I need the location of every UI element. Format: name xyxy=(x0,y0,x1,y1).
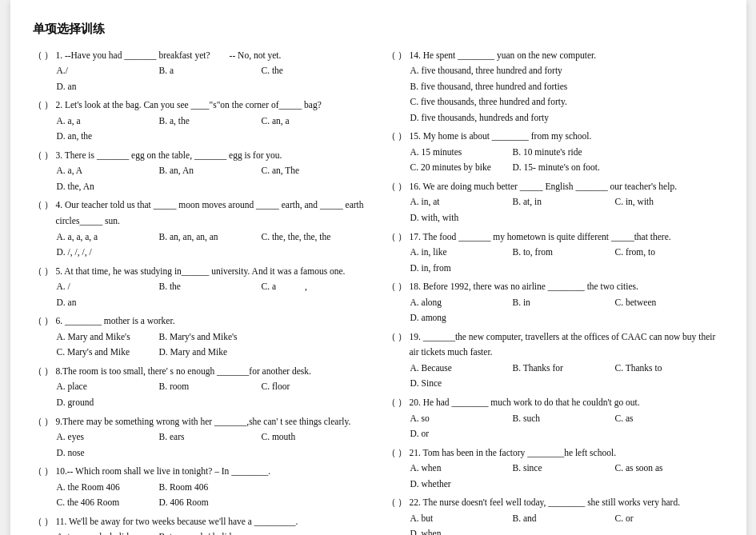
q14-opt-b: B. five thousand, three hundred and fort… xyxy=(410,79,724,95)
q16-opt-a: A. in, at xyxy=(410,194,506,210)
q22-text: 22. The nurse doesn't feel well today, _… xyxy=(409,495,723,511)
question-6: （ ） 6. ________ mother is a worker. A. M… xyxy=(33,313,370,361)
q11-row: （ ） 11. We'll be away for two weeks beca… xyxy=(33,514,370,530)
q17-row: （ ） 17. The food _______ my hometown is … xyxy=(386,230,724,246)
q19-opt-b: B. Thanks for xyxy=(513,361,609,377)
q15-opt-d: D. 15- minute's on foot. xyxy=(513,160,609,176)
question-11: （ ） 11. We'll be away for two weeks beca… xyxy=(33,514,370,535)
q18-opt-a: A. along xyxy=(410,295,506,311)
q1-opt-d: D. an xyxy=(57,79,153,95)
q20-opt-c: C. as xyxy=(615,411,711,427)
question-8: （ ） 8.The room is too small, there' s no… xyxy=(33,364,370,411)
q8-opt-c: C. floor xyxy=(262,379,358,395)
q20-text: 20. He had ________ much work to do that… xyxy=(409,395,723,411)
q14-text: 14. He spent ________ yuan on the new co… xyxy=(409,48,723,64)
q10-row: （ ） 10.-- Which room shall we live in to… xyxy=(33,464,370,480)
q6-opt-d: D. Mary and Mike xyxy=(159,345,255,361)
q5-row: （ ） 5. At that time, he was studying in_… xyxy=(33,264,370,280)
q4-opt-a: A. a, a, a, a xyxy=(57,230,153,246)
q9-opt-d: D. nose xyxy=(57,445,153,461)
q4-options: A. a, a, a, a B. an, an, an, an C. the, … xyxy=(33,230,370,261)
q9-text: 9.There may be something wrong with her … xyxy=(55,414,370,430)
q6-opt-a: A. Mary and Mike's xyxy=(57,329,153,345)
q19-opt-c: C. Thanks to xyxy=(615,361,711,377)
q6-row: （ ） 6. ________ mother is a worker. xyxy=(33,313,370,329)
q18-bracket: （ ） xyxy=(386,279,408,295)
q2-opt-b: B. a, the xyxy=(159,114,255,130)
q21-opt-d: D. whether xyxy=(410,477,506,493)
q14-opt-d: D. five thousands, hundreds and forty xyxy=(410,110,724,126)
q21-row: （ ） 21. Tom has been in the factory ____… xyxy=(386,445,724,461)
q2-opt-a: A. a, a xyxy=(57,114,153,130)
q10-opt-c: C. the 406 Room xyxy=(57,495,153,511)
q16-options: A. in, at B. at, in C. in, with D. with,… xyxy=(386,194,724,226)
q9-opt-a: A. eyes xyxy=(57,429,153,445)
q16-opt-d: D. with, with xyxy=(410,210,506,226)
question-3: （ ） 3. There is _______ egg on the table… xyxy=(33,148,370,195)
q5-opt-b: B. the xyxy=(159,279,255,295)
q22-opt-a: A. but xyxy=(410,511,506,527)
question-5: （ ） 5. At that time, he was studying in_… xyxy=(33,264,370,311)
q10-text: 10.-- Which room shall we live in tonigh… xyxy=(55,464,370,480)
q15-text: 15. My home is about ________ from my sc… xyxy=(409,129,723,145)
q1-opt-c: C. the xyxy=(262,63,358,79)
question-15: （ ） 15. My home is about ________ from m… xyxy=(386,129,724,176)
q2-opt-d: D. an, the xyxy=(57,129,153,145)
q21-opt-c: C. as soon as xyxy=(615,461,711,477)
q20-opt-a: A. so xyxy=(410,411,506,427)
question-4: （ ） 4. Our teacher told us that _____ mo… xyxy=(33,198,370,260)
q6-bracket: （ ） xyxy=(33,313,54,329)
q22-opt-b: B. and xyxy=(513,511,609,527)
q16-text: 16. We are doing much better _____ Engli… xyxy=(409,179,723,195)
q16-bracket: （ ） xyxy=(386,179,408,195)
q3-opt-a: A. a, A xyxy=(57,163,153,179)
q8-bracket: （ ） xyxy=(33,364,54,380)
q6-opt-b: B. Mary's and Mike's xyxy=(159,329,255,345)
q11-bracket: （ ） xyxy=(33,514,54,530)
q2-options: A. a, a B. a, the C. an, a D. an, the xyxy=(33,114,370,145)
question-2: （ ） 2. Let's look at the bag. Can you se… xyxy=(33,98,370,145)
q8-opt-a: A. place xyxy=(57,379,153,395)
question-19: （ ） 19. _______the new computer, travell… xyxy=(386,329,724,392)
q22-bracket: （ ） xyxy=(386,495,408,511)
q2-opt-c: C. an, a xyxy=(262,114,358,130)
q15-opt-c: C. 20 minutes by bike xyxy=(410,160,506,176)
q8-opt-b: B. room xyxy=(159,379,255,395)
q6-opt-c: C. Mary's and Mike xyxy=(57,345,153,361)
q5-opt-a: A. / xyxy=(57,279,153,295)
question-21: （ ） 21. Tom has been in the factory ____… xyxy=(386,445,724,493)
question-16: （ ） 16. We are doing much better _____ E… xyxy=(386,179,724,226)
q11-text: 11. We'll be away for two weeks because … xyxy=(55,514,370,530)
q18-text: 18. Before 1992, there was no airline __… xyxy=(409,279,723,295)
q9-opt-c: C. mouth xyxy=(262,429,358,445)
q17-opt-b: B. to, from xyxy=(513,245,609,261)
q15-options: A. 15 minutes B. 10 minute's ride xyxy=(386,145,724,161)
q15-opt-a: A. 15 minutes xyxy=(410,145,506,161)
q3-opt-b: B. an, An xyxy=(159,163,255,179)
q4-text: 4. Our teacher told us that _____ moon m… xyxy=(55,198,370,229)
q21-options: A. when B. since C. as soon as D. whethe… xyxy=(386,461,724,492)
q10-bracket: （ ） xyxy=(33,464,54,480)
q10-options: A. the Room 406 B. Room 406 xyxy=(33,480,370,496)
q1-row: （ ） 1. --Have you had _______ breakfast … xyxy=(33,48,370,64)
q19-text: 19. _______the new computer, travellers … xyxy=(409,329,723,361)
q20-bracket: （ ） xyxy=(386,395,408,411)
q14-options: A. five thousand, three hundred and fort… xyxy=(386,63,724,126)
q15-row: （ ） 15. My home is about ________ from m… xyxy=(386,129,724,145)
q21-opt-a: A. when xyxy=(410,461,506,477)
q8-row: （ ） 8.The room is too small, there' s no… xyxy=(33,364,370,380)
q11-opt-b: B. two weeks' holidays xyxy=(159,529,255,535)
q10-opt-d: D. 406 Room xyxy=(159,495,255,511)
q17-options: A. in, like B. to, from C. from, to D. i… xyxy=(386,245,724,276)
q14-opt-c: C. five thousands, three hundred and for… xyxy=(410,94,724,110)
question-9: （ ） 9.There may be something wrong with … xyxy=(33,414,370,461)
q22-opt-c: C. or xyxy=(615,511,711,527)
q18-row: （ ） 18. Before 1992, there was no airlin… xyxy=(386,279,724,295)
q21-text: 21. Tom has been in the factory ________… xyxy=(409,445,723,461)
q1-options: A./ B. a C. the D. an xyxy=(33,63,370,94)
question-22: （ ） 22. The nurse doesn't feel well toda… xyxy=(386,495,724,535)
q19-opt-d: D. Since xyxy=(410,376,506,392)
q2-bracket: （ ） xyxy=(33,98,54,114)
q5-text: 5. At that time, he was studying in_____… xyxy=(55,264,370,280)
q19-row: （ ） 19. _______the new computer, travell… xyxy=(386,329,724,361)
